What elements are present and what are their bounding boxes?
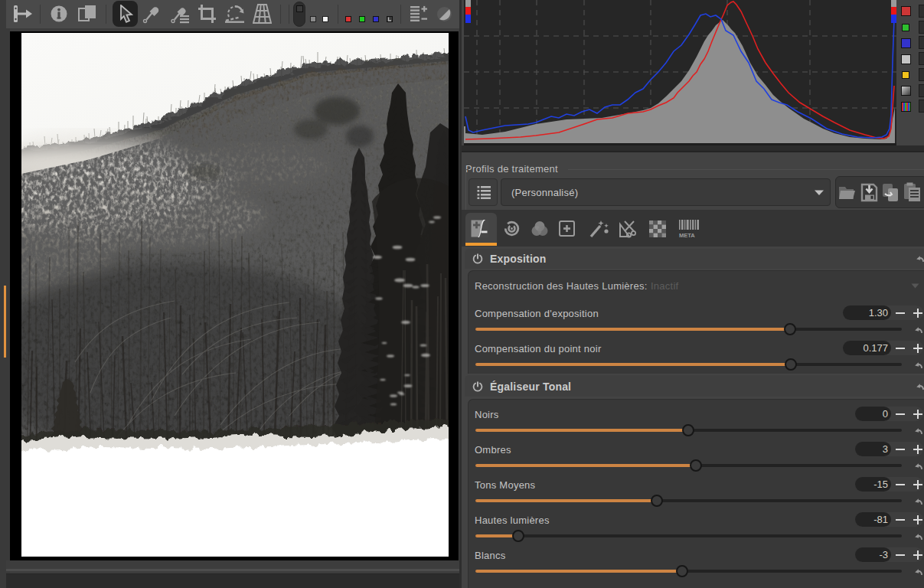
svg-text:META: META bbox=[679, 232, 695, 238]
